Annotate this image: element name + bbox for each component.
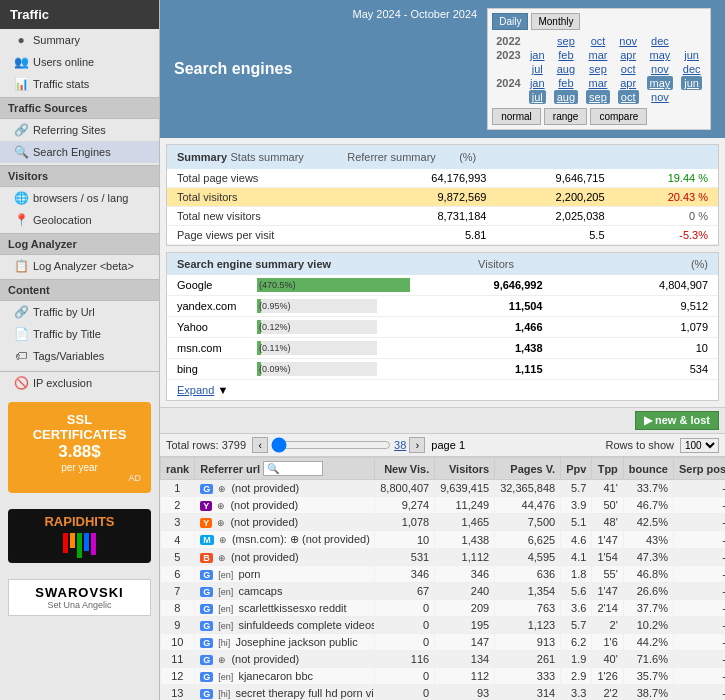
referrer-cell: Y ⊕ (not provided) — [195, 497, 375, 514]
ppv-cell: 3.9 — [561, 497, 592, 514]
engine-lang: ⊕ — [218, 553, 226, 563]
sidebar-item-traffic-url[interactable]: 🔗 Traffic by Url — [0, 301, 159, 323]
pages-v-cell: 314 — [495, 685, 561, 701]
cal-feb-2023[interactable]: feb — [558, 49, 573, 61]
col-ppv: Ppv — [561, 458, 592, 480]
pages-v-cell: 763 — [495, 600, 561, 617]
referrer-url: (not provided) — [231, 653, 299, 665]
se-row: bing (0.09%) 1,115 534 — [167, 359, 718, 380]
cal-apr-2024[interactable]: apr — [620, 77, 636, 89]
cal-jan-2023[interactable]: jan — [530, 49, 545, 61]
page-num[interactable]: 38 — [394, 439, 406, 451]
data-toolbar: Total rows: 3799 ‹ 38 › page 1 Rows to s… — [160, 434, 725, 457]
tpp-cell: 48' — [592, 514, 623, 531]
cal-nov-2022[interactable]: nov — [619, 35, 637, 47]
swarovski-ad[interactable]: SWAROVSKI Set Una Angelic — [8, 579, 151, 616]
sidebar-item-referring-sites[interactable]: 🔗 Referring Sites — [0, 119, 159, 141]
col-pages-v: Pages V. — [495, 458, 561, 480]
cal-nov-2024[interactable]: nov — [651, 91, 669, 103]
se-pct: 1,079 — [553, 317, 719, 338]
summary-pct: 20.43 % — [615, 188, 718, 207]
sidebar-item-geolocation[interactable]: 📍 Geolocation — [0, 209, 159, 231]
cal-nov-2023[interactable]: nov — [651, 63, 669, 75]
cal-sep-2023[interactable]: sep — [589, 63, 607, 75]
sidebar-item-traffic-title[interactable]: 📄 Traffic by Title — [0, 323, 159, 345]
se-label: Yahoo — [167, 317, 247, 338]
cal-oct-2024[interactable]: oct — [618, 90, 639, 104]
referrer-cell: G ⊕ (not provided) — [195, 651, 375, 668]
bounce-cell: 33.7% — [623, 480, 673, 497]
visitors-cell: 134 — [435, 651, 495, 668]
monthly-button[interactable]: Monthly — [531, 13, 580, 30]
page-next-btn[interactable]: › — [409, 437, 425, 453]
rapidhits-ad[interactable]: RAPIDHITS — [8, 509, 151, 563]
summary-v2: 2,025,038 — [496, 207, 614, 226]
sidebar-item-tags[interactable]: 🏷 Tags/Variables — [0, 345, 159, 367]
new-vis-cell: 1,078 — [375, 514, 435, 531]
page-header: Search engines May 2024 - October 2024 D… — [160, 0, 725, 138]
sidebar-item-summary[interactable]: ● Summary — [0, 29, 159, 51]
sidebar-item-ip-exclusion[interactable]: 🚫 IP exclusion — [0, 372, 159, 394]
cal-may-2024[interactable]: may — [647, 76, 674, 90]
tpp-cell: 1'6 — [592, 634, 623, 651]
rows-select[interactable]: 100 50 25 200 — [680, 438, 719, 453]
swarovski-brand: SWAROVSKI — [14, 585, 145, 600]
rows-info: Total rows: 3799 — [166, 439, 246, 451]
referrer-url: secret therapy full hd porn videos — [235, 687, 374, 699]
page-slider[interactable] — [271, 437, 391, 453]
cal-jun-2023[interactable]: jun — [684, 49, 699, 61]
ppv-cell: 4.1 — [561, 549, 592, 566]
table-row: 6 G [en] porn 346 346 636 1.8 55' 46.8% … — [161, 566, 726, 583]
referrer-cell: B ⊕ (not provided) — [195, 549, 375, 566]
cal-mar-2023[interactable]: mar — [588, 49, 607, 61]
engine-lang: [en] — [218, 570, 233, 580]
cal-apr-2023[interactable]: apr — [620, 49, 636, 61]
cal-may-2023[interactable]: may — [650, 49, 671, 61]
daily-button[interactable]: Daily — [492, 13, 528, 30]
cal-jul-2023[interactable]: jul — [532, 63, 543, 75]
rank-cell: 7 — [161, 583, 195, 600]
engine-lang: [hi] — [218, 638, 230, 648]
cal-oct-2022[interactable]: oct — [591, 35, 606, 47]
cal-jan-2024[interactable]: jan — [530, 77, 545, 89]
cal-jun-2024[interactable]: jun — [681, 76, 702, 90]
cal-jul-2024[interactable]: jul — [529, 90, 546, 104]
cal-sep-2024[interactable]: sep — [586, 90, 610, 104]
cal-aug-2024[interactable]: aug — [554, 90, 578, 104]
compare-btn[interactable]: compare — [590, 108, 647, 125]
pages-v-cell: 7,500 — [495, 514, 561, 531]
sidebar-item-users-online[interactable]: 👥 Users online — [0, 51, 159, 73]
summary-pct: 0 % — [615, 207, 718, 226]
serp-pos-cell: - — [673, 685, 725, 701]
sidebar-item-search-engines[interactable]: 🔍 Search Engines — [0, 141, 159, 163]
sidebar-item-traffic-stats[interactable]: 📊 Traffic stats — [0, 73, 159, 95]
cal-feb-2024[interactable]: feb — [558, 77, 573, 89]
sidebar-item-label: browsers / os / lang — [33, 192, 128, 204]
cal-dec-2022[interactable]: dec — [651, 35, 669, 47]
range-btn[interactable]: range — [544, 108, 588, 125]
expand-button[interactable]: Expand — [177, 384, 214, 396]
cal-aug-2023[interactable]: aug — [557, 63, 575, 75]
ssl-ad[interactable]: SSLCERTIFICATES 3.88$ per year AD — [8, 402, 151, 493]
summary-label: Total page views — [167, 169, 368, 188]
rank-cell: 1 — [161, 480, 195, 497]
new-lost-button[interactable]: ▶ new & lost — [635, 411, 719, 430]
engine-badge: G — [200, 655, 213, 665]
referrer-cell: G [en] scarlettkissesxo reddit — [195, 600, 375, 617]
url-icon: 🔗 — [14, 305, 28, 319]
page-prev-btn[interactable]: ‹ — [252, 437, 268, 453]
sidebar-item-label: Geolocation — [33, 214, 92, 226]
engine-badge: G — [200, 672, 213, 682]
normal-btn[interactable]: normal — [492, 108, 541, 125]
sidebar-item-browsers[interactable]: 🌐 browsers / os / lang — [0, 187, 159, 209]
bounce-cell: 46.7% — [623, 497, 673, 514]
engine-lang: [en] — [218, 621, 233, 631]
cal-oct-2023[interactable]: oct — [621, 63, 636, 75]
cal-mar-2024[interactable]: mar — [588, 77, 607, 89]
sidebar-item-log-analyzer[interactable]: 📋 Log Analyzer <beta> — [0, 255, 159, 277]
se-pct: 534 — [553, 359, 719, 380]
referrer-search-input[interactable] — [263, 461, 323, 476]
cal-sep-2022[interactable]: sep — [557, 35, 575, 47]
cal-dec-2023[interactable]: dec — [683, 63, 701, 75]
ppv-cell: 2.9 — [561, 668, 592, 685]
